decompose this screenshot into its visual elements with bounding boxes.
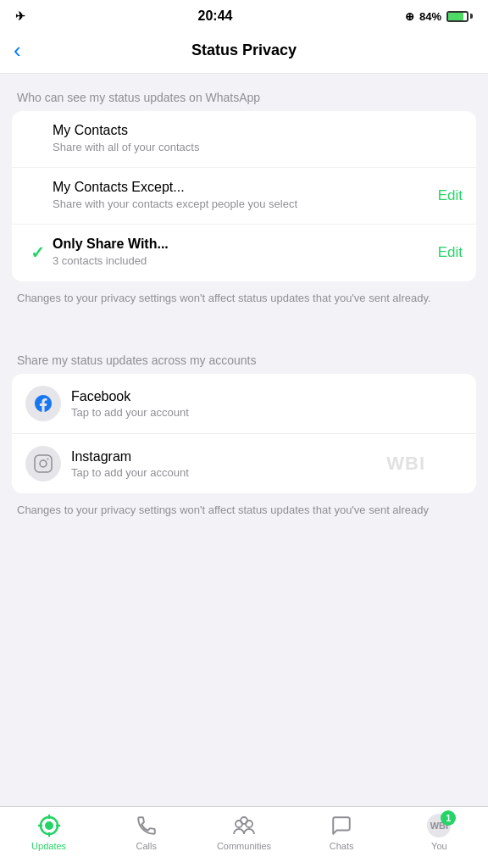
chats-svg — [330, 815, 352, 837]
instagram-text: Instagram Tap to add your account — [71, 449, 463, 479]
back-button[interactable]: ‹ — [14, 39, 21, 61]
option-only-share-with[interactable]: ✓ Only Share With... 3 contacts included… — [12, 225, 476, 281]
who-can-note: Changes to your privacy settings won't a… — [0, 281, 488, 320]
calls-label: Calls — [136, 841, 157, 851]
chats-icon — [330, 814, 353, 837]
who-can-section-label: Who can see my status updates on WhatsAp… — [0, 74, 488, 111]
nav-item-updates[interactable]: Updates — [15, 814, 83, 851]
option-text-only-share-with: Only Share With... 3 contacts included — [49, 236, 431, 269]
status-bar: ✈ 20:44 ⊕ 84% — [0, 0, 488, 29]
svg-rect-0 — [35, 455, 52, 472]
nav-item-communities[interactable]: Communities — [210, 814, 278, 851]
calls-icon — [135, 814, 158, 837]
updates-label: Updates — [31, 841, 66, 851]
svg-point-2 — [47, 459, 49, 460]
option-text-my-contacts: My Contacts Share with all of your conta… — [49, 123, 463, 155]
spacer — [0, 320, 488, 337]
nav-item-calls[interactable]: Calls — [113, 814, 180, 851]
checkmark-icon: ✓ — [30, 242, 45, 263]
option-check-only-share-with: ✓ — [25, 242, 49, 263]
airplane-icon: ✈ — [15, 9, 25, 23]
bottom-nav: Updates Calls Communities — [0, 806, 488, 868]
nav-item-chats[interactable]: Chats — [308, 814, 375, 851]
privacy-options-card: My Contacts Share with all of your conta… — [12, 111, 476, 281]
social-row-facebook[interactable]: Facebook Tap to add your account — [12, 374, 476, 434]
calls-svg — [136, 815, 158, 837]
instagram-icon — [25, 446, 61, 481]
option-title-my-contacts-except: My Contacts Except... — [53, 180, 431, 195]
svg-point-4 — [45, 821, 53, 830]
nav-item-you[interactable]: WBI 1 You — [405, 814, 473, 851]
edit-button-my-contacts-except[interactable]: Edit — [431, 187, 463, 204]
edit-button-only-share-with[interactable]: Edit — [431, 244, 463, 261]
communities-svg — [232, 814, 256, 837]
status-bar-time: 20:44 — [198, 8, 233, 24]
social-row-instagram[interactable]: Instagram Tap to add your account WBI — [12, 434, 476, 493]
instagram-svg — [33, 453, 53, 474]
option-text-my-contacts-except: My Contacts Except... Share with your co… — [49, 180, 431, 212]
you-badge: 1 — [441, 810, 456, 826]
facebook-svg — [33, 393, 53, 414]
option-subtitle-my-contacts-except: Share with your contacts except people y… — [53, 197, 431, 212]
svg-point-1 — [40, 460, 47, 467]
option-my-contacts-except[interactable]: My Contacts Except... Share with your co… — [12, 168, 476, 225]
updates-icon — [37, 814, 61, 837]
option-subtitle-my-contacts: Share with all of your contacts — [53, 140, 463, 155]
updates-svg — [37, 814, 61, 837]
option-title-only-share-with: Only Share With... — [53, 236, 431, 252]
header: ‹ Status Privacy — [0, 29, 488, 74]
battery-percent: 84% — [419, 10, 441, 23]
facebook-text: Facebook Tap to add your account — [71, 389, 463, 419]
content-area: Who can see my status updates on WhatsAp… — [0, 74, 488, 806]
location-icon: ⊕ — [405, 10, 414, 23]
share-note: Changes to your privacy settings won't a… — [0, 493, 488, 532]
you-icon: WBI 1 — [427, 814, 451, 837]
battery-icon — [446, 11, 473, 22]
facebook-icon — [25, 386, 61, 421]
facebook-subtitle: Tap to add your account — [71, 406, 463, 419]
chats-label: Chats — [330, 841, 354, 851]
svg-point-11 — [241, 817, 247, 824]
social-accounts-card: Facebook Tap to add your account Instagr… — [12, 374, 476, 493]
facebook-name: Facebook — [71, 389, 463, 404]
status-bar-right: ⊕ 84% — [405, 10, 473, 23]
option-title-my-contacts: My Contacts — [53, 123, 463, 138]
page-title: Status Privacy — [191, 42, 297, 59]
you-label: You — [431, 841, 447, 851]
status-bar-left: ✈ — [15, 9, 25, 23]
instagram-subtitle: Tap to add your account — [71, 466, 463, 479]
instagram-name: Instagram — [71, 449, 463, 465]
option-subtitle-only-share-with: 3 contacts included — [53, 253, 431, 269]
communities-icon — [232, 814, 256, 837]
communities-label: Communities — [217, 841, 271, 851]
share-section-label: Share my status updates across my accoun… — [0, 337, 488, 374]
option-my-contacts[interactable]: My Contacts Share with all of your conta… — [12, 111, 476, 168]
